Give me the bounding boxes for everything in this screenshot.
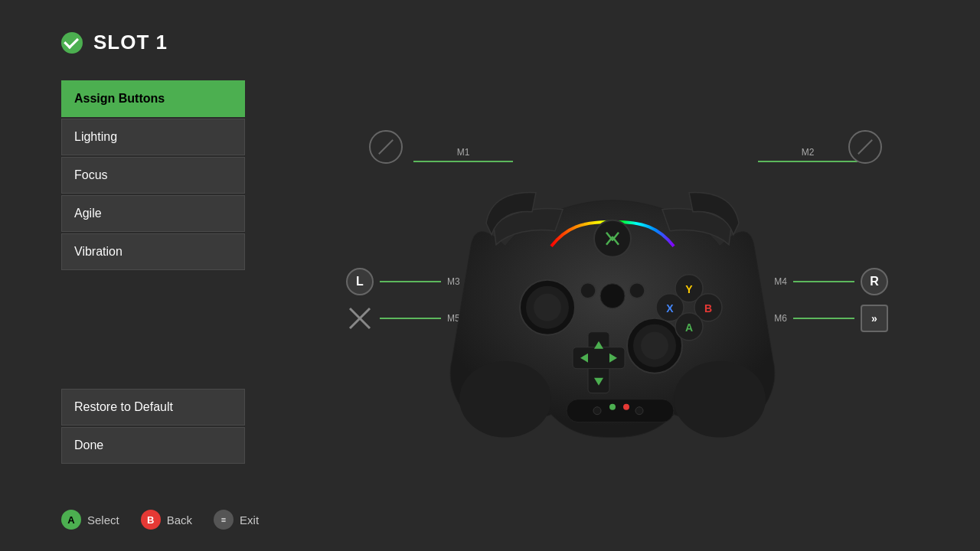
done-button[interactable]: Done [61,427,245,464]
svg-point-30 [609,404,616,410]
slot-status-icon [61,32,83,54]
controller-body: Y X B A [429,155,796,441]
b-button: B [141,510,161,530]
exit-label: Exit [240,514,259,527]
menu-item-assign-buttons[interactable]: Assign Buttons [61,80,245,117]
m6-line [793,318,854,319]
menu-item-focus[interactable]: Focus [61,157,245,194]
no-action-left-top [369,130,403,164]
svg-text:B: B [704,302,712,315]
menu-button: ≡ [214,510,234,530]
left-menu: Assign Buttons Lighting Focus Agile Vibr… [61,80,245,270]
restore-default-button[interactable]: Restore to Default [61,389,245,425]
menu-item-vibration[interactable]: Vibration [61,233,245,270]
controller-svg: Y X B A [429,155,796,438]
footer-exit: ≡ Exit [214,510,259,530]
menu-item-lighting[interactable]: Lighting [61,119,245,155]
svg-rect-28 [567,399,674,422]
back-label: Back [167,514,192,527]
svg-point-10 [641,332,668,360]
svg-text:Y: Y [685,283,693,295]
svg-point-27 [600,284,625,308]
svg-point-25 [580,283,596,298]
controller-area: M1 M2 L M3 M4 R M [291,92,934,474]
svg-point-32 [635,407,643,415]
svg-text:X: X [666,302,674,315]
bottom-buttons: Restore to Default Done [61,389,245,464]
svg-point-29 [593,407,601,415]
cross-icon [346,305,374,332]
a-button: A [61,510,81,530]
menu-item-agile[interactable]: Agile [61,195,245,232]
m4-line [793,281,854,282]
svg-point-2 [459,361,551,438]
footer-back: B Back [141,510,192,530]
r-badge[interactable]: R [861,268,888,295]
svg-point-26 [629,283,645,298]
svg-point-31 [623,404,629,410]
svg-point-3 [674,361,766,438]
m2-label: M2 [802,147,815,158]
l-badge[interactable]: L [346,268,374,295]
footer-select: A Select [61,510,119,530]
svg-text:A: A [685,321,693,334]
no-action-right-top [848,130,882,164]
chevron-badge[interactable]: » [861,305,888,332]
slot-title: SLOT 1 [93,31,168,54]
footer: A Select B Back ≡ Exit [61,510,259,530]
header: SLOT 1 [61,31,168,54]
svg-point-7 [534,294,561,321]
select-label: Select [87,514,119,527]
